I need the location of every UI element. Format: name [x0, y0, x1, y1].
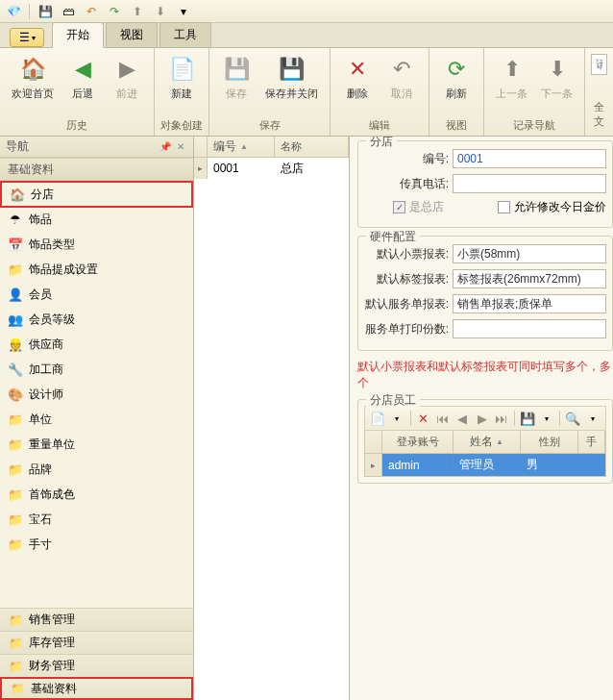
nav-item-9[interactable]: 📁单位 — [0, 408, 193, 433]
fax-label: 传真电话: — [364, 176, 449, 192]
nav-bottom-item-2[interactable]: 📁财务管理 — [0, 654, 193, 677]
tab-bar: ☰▾ 开始 视图 工具 — [0, 23, 613, 48]
nav-bottom-item-1[interactable]: 📁库存管理 — [0, 631, 193, 654]
checkbox-empty-icon — [498, 201, 510, 213]
allow-edit-checkbox[interactable]: 允许修改今日金价 — [498, 199, 606, 215]
fax-input[interactable] — [453, 174, 606, 193]
new-icon: 📄 — [166, 54, 197, 85]
nav-last-icon: ⏭ — [493, 409, 510, 428]
fulltext-search-input[interactable] — [591, 54, 607, 75]
export-button[interactable]: 💾 — [519, 409, 536, 428]
next-label: 下一条 — [541, 87, 573, 101]
nav-item-4[interactable]: 👤会员 — [0, 283, 193, 308]
forward-label: 前进 — [116, 87, 137, 101]
nav-title: 导航 — [6, 138, 29, 155]
redo-icon[interactable]: ↷ — [105, 2, 124, 21]
delete-row-button[interactable]: ✕ — [414, 409, 431, 428]
customize-dropdown-icon[interactable]: ▾ — [174, 2, 193, 21]
undo-icon[interactable]: ↶ — [82, 2, 101, 21]
nav-item-icon: 🔧 — [8, 362, 23, 378]
save-close-button[interactable]: 💾 保存并关闭 — [259, 50, 324, 105]
save-close-icon[interactable]: 🗃 — [59, 2, 78, 21]
ribbon-group-history: 🏠 欢迎首页 ◀ 后退 ▶ 前进 历史 — [0, 48, 155, 136]
close-icon[interactable]: ✕ — [174, 140, 187, 154]
dropdown-icon[interactable]: ▾ — [584, 409, 601, 428]
main-area: 导航 📌 ✕ 基础资料 🏠分店☂饰品📅饰品类型📁饰品提成设置👤会员👥会员等级👷供… — [0, 137, 613, 700]
diamond-icon[interactable]: 💎 — [4, 2, 23, 21]
nav-item-0[interactable]: 🏠分店 — [0, 181, 193, 208]
col-name[interactable]: 名称 — [275, 137, 349, 157]
nav-item-13[interactable]: 📁宝石 — [0, 508, 193, 533]
col-name[interactable]: 姓名 ▲ — [454, 431, 521, 453]
nav-bottom-item-0[interactable]: 📁销售管理 — [0, 608, 193, 631]
tab-view[interactable]: 视图 — [106, 22, 158, 47]
folder-icon: 📁 — [8, 636, 23, 651]
nav-section-basic[interactable]: 基础资料 — [0, 158, 193, 181]
cell-mobile — [578, 454, 605, 476]
new-button[interactable]: 📄 新建 — [160, 50, 203, 105]
nav-item-icon: 📅 — [8, 238, 23, 253]
delete-button[interactable]: ✕ 删除 — [336, 50, 379, 105]
group-label-edit: 编辑 — [336, 117, 423, 134]
next-record-button: ⬇ 下一条 — [535, 50, 578, 105]
save-icon[interactable]: 💾 — [36, 2, 55, 21]
ribbon-group-view: ⟳ 刷新 视图 — [429, 48, 484, 136]
nav-bottom-list: 📁销售管理📁库存管理📁财务管理📁基础资料 — [0, 608, 193, 700]
view-mode-dropdown[interactable]: ☰▾ — [10, 28, 44, 47]
code-input[interactable] — [453, 149, 606, 168]
nav-item-2[interactable]: 📅饰品类型 — [0, 233, 193, 258]
row-indicator-icon: ▸ — [365, 454, 382, 476]
col-gender[interactable]: 性别 — [521, 431, 578, 453]
nav-item-3[interactable]: 📁饰品提成设置 — [0, 258, 193, 283]
is-main-label: 是总店 — [409, 199, 444, 215]
nav-item-icon: 📁 — [8, 488, 23, 503]
service-label: 默认服务单报表: — [364, 296, 449, 312]
nav-item-1[interactable]: ☂饰品 — [0, 208, 193, 233]
col-code[interactable]: 编号 ▲ — [208, 137, 275, 157]
home-label: 欢迎首页 — [12, 87, 54, 101]
nav-item-10[interactable]: 📁重量单位 — [0, 433, 193, 458]
nav-item-11[interactable]: 📁品牌 — [0, 458, 193, 483]
col-mobile[interactable]: 手 — [578, 431, 605, 453]
service-input[interactable] — [453, 294, 606, 313]
refresh-button[interactable]: ⟳ 刷新 — [435, 50, 478, 105]
dropdown-icon[interactable]: ▾ — [388, 409, 405, 428]
tab-tools[interactable]: 工具 — [159, 22, 211, 47]
col-account[interactable]: 登录账号 — [382, 431, 454, 453]
staff-grid-row[interactable]: ▸ admin 管理员 男 — [364, 454, 606, 477]
separator — [29, 4, 30, 19]
delete-label: 删除 — [347, 87, 368, 101]
save-close-label: 保存并关闭 — [265, 87, 318, 101]
ribbon-group-fulltext: 全文 — [585, 48, 613, 136]
cancel-button: ↶ 取消 — [380, 50, 423, 105]
dropdown-icon[interactable]: ▾ — [538, 409, 555, 428]
new-label: 新建 — [171, 87, 192, 101]
pin-icon[interactable]: 📌 — [159, 140, 172, 154]
forward-icon: ▶ — [111, 54, 142, 85]
tab-start[interactable]: 开始 — [52, 22, 104, 48]
list-row[interactable]: ▸ 0001 总店 — [194, 158, 349, 179]
cell-account: admin — [382, 454, 454, 476]
nav-item-12[interactable]: 📁首饰成色 — [0, 483, 193, 508]
row-selector-col — [194, 137, 208, 157]
tag-input[interactable] — [453, 269, 606, 288]
code-label: 编号: — [364, 151, 449, 167]
nav-item-icon: 📁 — [8, 512, 23, 528]
nav-item-icon: 📁 — [8, 412, 23, 428]
new-row-button[interactable]: 📄 — [369, 409, 386, 428]
nav-item-icon: ☂ — [8, 212, 23, 228]
nav-item-8[interactable]: 🎨设计师 — [0, 383, 193, 408]
col-name-label: 姓名 — [470, 434, 493, 450]
nav-bottom-item-3[interactable]: 📁基础资料 — [0, 677, 193, 700]
search-button[interactable]: 🔍 — [564, 409, 581, 428]
nav-item-6[interactable]: 👷供应商 — [0, 333, 193, 358]
copies-input[interactable] — [453, 319, 606, 338]
nav-item-14[interactable]: 📁手寸 — [0, 533, 193, 558]
nav-item-label: 加工商 — [29, 362, 63, 378]
nav-item-7[interactable]: 🔧加工商 — [0, 358, 193, 383]
back-button[interactable]: ◀ 后退 — [61, 50, 104, 105]
nav-item-5[interactable]: 👥会员等级 — [0, 308, 193, 333]
receipt-input[interactable] — [453, 244, 606, 263]
home-button[interactable]: 🏠 欢迎首页 — [6, 50, 60, 105]
group-label-save: 保存 — [215, 117, 324, 134]
